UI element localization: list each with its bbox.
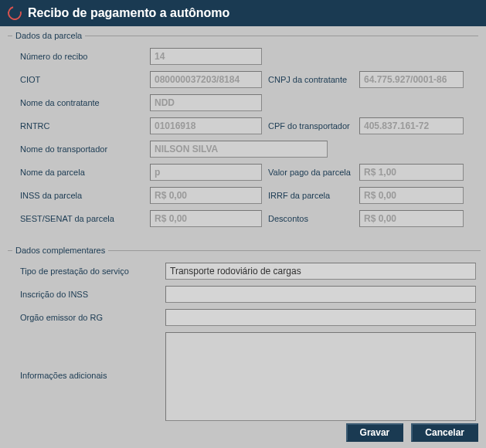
sest-senat-label: SEST/SENAT da parcela	[12, 214, 144, 223]
nome-parcela-label: Nome da parcela	[12, 168, 144, 177]
inss-parcela-label: INSS da parcela	[12, 191, 144, 200]
tipo-prestacao-input[interactable]	[165, 263, 476, 280]
nome-contratante-input	[150, 94, 262, 111]
gravar-button[interactable]: Gravar	[346, 423, 404, 442]
info-adicionais-label: Informações adicionais	[12, 332, 159, 380]
cpf-transportador-input	[359, 117, 464, 134]
valor-pago-label: Valor pago da parcela	[268, 168, 353, 177]
rntrc-input	[150, 117, 262, 134]
fieldset-dados-complementares: Dados complementares Tipo de prestação d…	[8, 246, 481, 435]
sest-senat-input	[150, 210, 262, 227]
descontos-label: Descontos	[268, 214, 353, 223]
cpf-transportador-label: CPF do transportador	[268, 121, 353, 131]
irrf-parcela-input	[359, 187, 464, 204]
content-area: Dados da parcela Número do recibo CIOT C…	[0, 26, 486, 444]
orgao-emissor-label: Orgão emissor do RG	[12, 313, 159, 322]
cnpj-contratante-input	[359, 71, 464, 88]
inss-parcela-input	[150, 187, 262, 204]
tipo-prestacao-label: Tipo de prestação do serviço	[12, 266, 159, 276]
refresh-icon	[5, 4, 25, 23]
window-title: Recibo de pagamento a autônomo	[28, 6, 229, 20]
cnpj-contratante-label: CNPJ da contratante	[268, 75, 353, 84]
footer-buttons: Gravar Cancelar	[346, 423, 478, 442]
nome-contratante-label: Nome da contratante	[12, 98, 144, 107]
info-adicionais-textarea[interactable]	[165, 332, 476, 421]
irrf-parcela-label: IRRF da parcela	[268, 191, 353, 200]
rntrc-label: RNTRC	[12, 121, 144, 131]
fieldset-dados-parcela: Dados da parcela Número do recibo CIOT C…	[8, 31, 478, 241]
legend-dados-complementares: Dados complementares	[12, 246, 108, 255]
inscricao-inss-label: Inscrição do INSS	[12, 290, 159, 299]
nome-transportador-label: Nome do transportador	[12, 144, 144, 154]
numero-recibo-input	[150, 48, 262, 65]
cancelar-button[interactable]: Cancelar	[411, 423, 478, 442]
orgao-emissor-input[interactable]	[165, 309, 476, 326]
inscricao-inss-input[interactable]	[165, 286, 476, 303]
ciot-label: CIOT	[12, 75, 144, 84]
descontos-input	[359, 210, 464, 227]
legend-dados-parcela: Dados da parcela	[12, 31, 85, 40]
numero-recibo-label: Número do recibo	[12, 52, 144, 61]
nome-parcela-input	[150, 164, 262, 181]
valor-pago-input	[359, 164, 464, 181]
window-header: Recibo de pagamento a autônomo	[0, 0, 486, 26]
nome-transportador-input	[150, 141, 328, 158]
ciot-input	[150, 71, 262, 88]
